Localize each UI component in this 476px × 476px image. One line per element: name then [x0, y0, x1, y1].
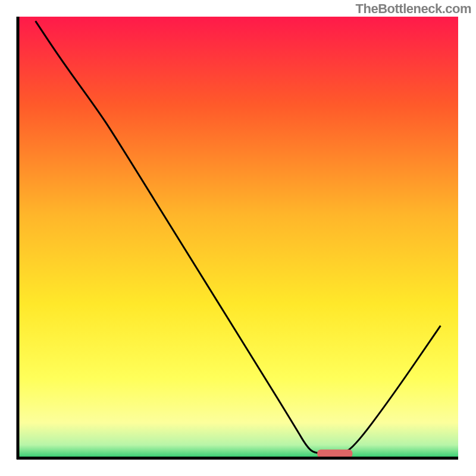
optimal-marker [317, 450, 352, 458]
watermark: TheBottleneck.com [356, 1, 471, 17]
bottleneck-chart [0, 0, 476, 476]
plot-background [18, 17, 458, 458]
chart-container: TheBottleneck.com [0, 0, 476, 476]
